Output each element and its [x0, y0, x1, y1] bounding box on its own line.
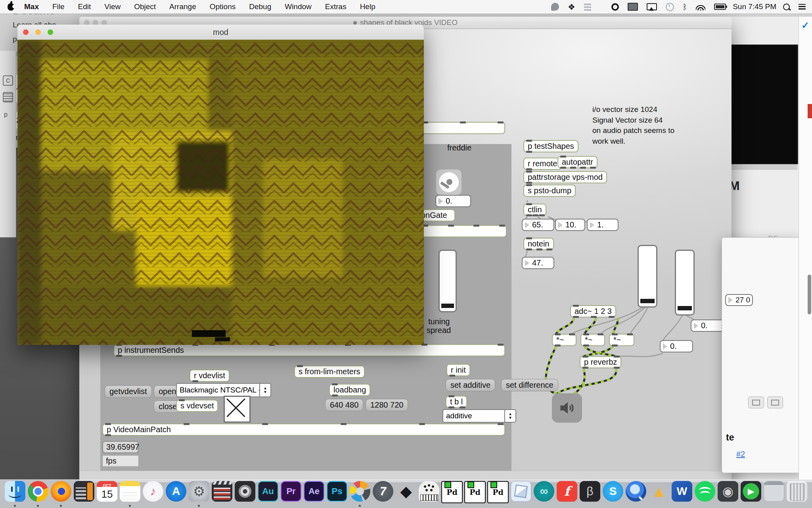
menu-debug[interactable]: Debug — [242, 2, 278, 11]
close-button[interactable] — [23, 29, 29, 35]
dock-chrome-icon[interactable] — [27, 481, 49, 507]
outlet-pin[interactable] — [573, 316, 579, 318]
chat-bubble-icon[interactable] — [551, 3, 559, 11]
dock-film-icon[interactable]: ◉ — [717, 481, 739, 507]
outlet-pin[interactable] — [570, 167, 576, 169]
object-loadbang[interactable]: loadbang — [329, 384, 370, 396]
dock-winapp-icon[interactable] — [763, 481, 785, 507]
object-times-1[interactable]: *~ — [552, 334, 576, 346]
outlet-pin[interactable] — [460, 406, 465, 408]
message-set-difference[interactable]: set difference — [501, 379, 558, 391]
outlet-pin[interactable] — [526, 214, 532, 216]
dock-pd-icon[interactable]: Pd — [441, 481, 463, 507]
outlet-pin[interactable] — [612, 344, 618, 346]
dock-flux-icon[interactable]: f — [556, 481, 578, 507]
message-set-additive[interactable]: set additive — [446, 379, 495, 391]
device-dropdown[interactable]: Blackmagic NTSC/PAL - 8. ▲▼ — [176, 383, 271, 397]
menu-arrange[interactable]: Arrange — [163, 2, 203, 11]
dock-spotify-icon[interactable] — [694, 481, 716, 507]
dock-word-icon[interactable]: W — [671, 481, 693, 507]
inlet-pin[interactable] — [473, 225, 479, 227]
slider-right-1[interactable] — [638, 245, 657, 308]
inlet-pin[interactable] — [105, 423, 111, 425]
object-unlabeled-top[interactable] — [419, 122, 505, 134]
dock-pd-icon[interactable]: Pd — [464, 481, 486, 507]
toggle-checkbox[interactable] — [224, 396, 251, 423]
dock-calc-icon[interactable] — [73, 481, 95, 507]
menu-view[interactable]: View — [98, 2, 127, 11]
outlet-pin[interactable] — [526, 248, 532, 250]
outlet-pin[interactable] — [591, 316, 597, 318]
object-unlabeled-mid[interactable] — [419, 225, 507, 237]
layout-button-1[interactable] — [748, 396, 764, 408]
outlet-pin[interactable] — [526, 151, 532, 153]
menu-help[interactable]: Help — [353, 2, 382, 11]
object-t-b-l[interactable]: t b l — [446, 396, 467, 408]
object-p-instrumentsends[interactable]: p instrumentSends — [113, 344, 505, 356]
outlet-pin[interactable] — [532, 214, 538, 216]
slider-handle[interactable] — [640, 299, 655, 303]
outlet-pin[interactable] — [555, 344, 561, 346]
link-number-2[interactable]: #2 — [736, 450, 745, 459]
dock-finder-icon[interactable] — [4, 481, 26, 507]
inlet-pin[interactable] — [526, 237, 532, 239]
slider-middle[interactable] — [439, 250, 457, 312]
menu-object[interactable]: Object — [127, 2, 163, 11]
dial-control[interactable] — [436, 169, 462, 195]
inlet-pin[interactable] — [332, 383, 338, 385]
inlet-pin[interactable] — [560, 156, 566, 158]
dock-bapp-icon[interactable]: β — [579, 481, 601, 507]
inlet-pin[interactable] — [526, 171, 532, 173]
outlet-pin[interactable] — [448, 406, 454, 408]
object-r-vdevlist[interactable]: r vdevlist — [190, 369, 230, 382]
layout-button-2[interactable] — [767, 396, 783, 408]
dock-unity-icon[interactable]: ◆ — [395, 481, 417, 507]
dock-cube-icon[interactable] — [510, 481, 532, 507]
fps-number-display[interactable]: 39.65997 — [102, 441, 139, 453]
sidebar-c-icon[interactable]: C — [3, 75, 13, 86]
dock-arcring-icon[interactable] — [349, 481, 371, 507]
outlet-pin[interactable] — [536, 248, 542, 250]
inlet-pin[interactable] — [498, 423, 504, 425]
object-p-reverbz[interactable]: p reverbz — [580, 356, 621, 368]
number-out-b[interactable]: 0. — [660, 340, 693, 352]
inlet-pin[interactable] — [341, 423, 347, 425]
inlet-pin[interactable] — [555, 333, 561, 335]
dock-logic-icon[interactable] — [234, 481, 256, 507]
inlet-pin[interactable] — [179, 399, 185, 401]
outlet-pin[interactable] — [583, 344, 589, 346]
outlet-pin[interactable] — [116, 355, 122, 357]
outlet-pin[interactable] — [192, 380, 198, 382]
notification-center-icon[interactable] — [799, 4, 806, 10]
ezdac-speaker-button[interactable] — [552, 393, 582, 423]
object-notein[interactable]: notein — [523, 238, 554, 250]
inlet-pin[interactable] — [448, 395, 454, 397]
outlet-pin[interactable] — [539, 214, 545, 216]
inlet-pin[interactable] — [582, 356, 588, 358]
bluetooth-icon[interactable]: ᛒ — [683, 3, 687, 11]
outlet-pin[interactable] — [332, 394, 338, 396]
display-icon[interactable] — [628, 3, 638, 11]
outlet-pin[interactable] — [582, 367, 588, 369]
inlet-pin[interactable] — [612, 333, 618, 335]
inlet-pin[interactable] — [499, 225, 505, 227]
stepper-arrows-icon[interactable]: ▲▼ — [259, 384, 270, 396]
message-getvdevlist[interactable]: getvdevlist — [105, 385, 152, 398]
number-right-edge[interactable]: 27 0 1. — [725, 294, 753, 306]
inlet-pin[interactable] — [627, 333, 633, 335]
dock-skype-icon[interactable]: S — [602, 481, 624, 507]
menu-window[interactable]: Window — [278, 2, 318, 11]
inlet-pin[interactable] — [498, 121, 504, 123]
minimize-button[interactable] — [35, 29, 41, 35]
scrollbar-thumb[interactable] — [808, 275, 811, 314]
dock-clapper-icon[interactable] — [211, 481, 233, 507]
time-machine-icon[interactable] — [666, 3, 674, 11]
dock-ae-icon[interactable]: Ae — [303, 481, 325, 507]
wifi-icon[interactable] — [696, 4, 705, 10]
message-640-480[interactable]: 640 480 — [325, 399, 363, 411]
number-note-47[interactable]: 47. — [522, 257, 554, 269]
inlet-pin[interactable] — [526, 184, 532, 186]
number-out-a[interactable]: 0. — [691, 319, 726, 332]
outlet-pin[interactable] — [526, 168, 532, 170]
apple-menu-icon[interactable] — [8, 3, 14, 11]
